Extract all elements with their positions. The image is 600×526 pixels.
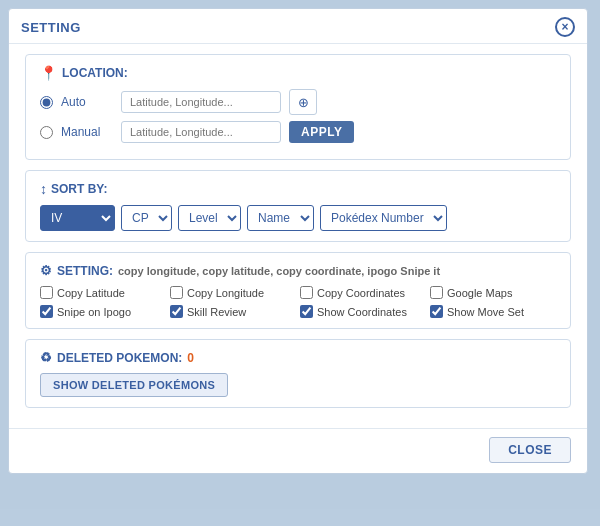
snipe-ipogo-label: Snipe on Ipogo <box>57 306 131 318</box>
checkbox-show-move: Show Move Set <box>430 305 556 318</box>
checkbox-show-coord: Show Coordinates <box>300 305 426 318</box>
checkbox-copy-lon: Copy Longitude <box>170 286 296 299</box>
copy-lon-label: Copy Longitude <box>187 287 264 299</box>
sort-row: IV CP Level Name Pokédex Number <box>40 205 556 231</box>
checkbox-copy-coord: Copy Coordinates <box>300 286 426 299</box>
sort-select-name[interactable]: Name <box>247 205 314 231</box>
settings-modal: SETTING × 📍 LOCATION: Auto ⊕ <box>8 8 588 474</box>
copy-coord-checkbox[interactable] <box>300 286 313 299</box>
modal-header: SETTING × <box>9 9 587 44</box>
show-coord-checkbox[interactable] <box>300 305 313 318</box>
google-maps-checkbox[interactable] <box>430 286 443 299</box>
gear-icon: ⚙ <box>40 263 52 278</box>
manual-radio[interactable] <box>40 126 53 139</box>
sort-select-level[interactable]: Level <box>178 205 241 231</box>
snipe-ipogo-checkbox[interactable] <box>40 305 53 318</box>
deleted-section: ♻ DELETED POKEMON: 0 SHOW DELETED POKÉMO… <box>25 339 571 408</box>
skill-review-label: Skill Review <box>187 306 246 318</box>
copy-lat-label: Copy Latitude <box>57 287 125 299</box>
auto-coord-input[interactable] <box>121 91 281 113</box>
sort-section: ↕ SORT BY: IV CP Level Name <box>25 170 571 242</box>
google-maps-label: Google Maps <box>447 287 512 299</box>
apply-button[interactable]: APPLY <box>289 121 354 143</box>
settings-copy-title: ⚙ SETTING: copy longitude, copy latitude… <box>40 263 556 278</box>
location-section: 📍 LOCATION: Auto ⊕ Manual APPLY <box>25 54 571 160</box>
copy-coord-label: Copy Coordinates <box>317 287 405 299</box>
modal-overlay: SETTING × 📍 LOCATION: Auto ⊕ <box>0 0 600 526</box>
copy-lon-checkbox[interactable] <box>170 286 183 299</box>
checkbox-skill-review: Skill Review <box>170 305 296 318</box>
settings-copy-desc: copy longitude, copy latitude, copy coor… <box>118 265 440 277</box>
show-deleted-button[interactable]: SHOW DELETED POKÉMONS <box>40 373 228 397</box>
manual-location-row: Manual APPLY <box>40 121 556 143</box>
sort-select-primary[interactable]: IV <box>40 205 115 231</box>
sort-select-pokedex[interactable]: Pokédex Number <box>320 205 447 231</box>
skill-review-checkbox[interactable] <box>170 305 183 318</box>
gps-button[interactable]: ⊕ <box>289 89 317 115</box>
show-coord-label: Show Coordinates <box>317 306 407 318</box>
show-move-checkbox[interactable] <box>430 305 443 318</box>
modal-footer: CLOSE <box>9 428 587 473</box>
modal-body: 📍 LOCATION: Auto ⊕ Manual APPLY <box>9 44 587 428</box>
modal-title: SETTING <box>21 20 81 35</box>
gps-icon: ⊕ <box>298 95 309 110</box>
auto-label[interactable]: Auto <box>61 95 113 109</box>
checkbox-google-maps: Google Maps <box>430 286 556 299</box>
auto-location-row: Auto ⊕ <box>40 89 556 115</box>
deleted-count: 0 <box>187 351 194 365</box>
deleted-title: ♻ DELETED POKEMON: 0 <box>40 350 556 365</box>
checkbox-snipe-ipogo: Snipe on Ipogo <box>40 305 166 318</box>
auto-radio[interactable] <box>40 96 53 109</box>
close-button[interactable]: CLOSE <box>489 437 571 463</box>
sort-section-title: ↕ SORT BY: <box>40 181 556 197</box>
recycle-icon: ♻ <box>40 350 52 365</box>
close-x-button[interactable]: × <box>555 17 575 37</box>
sort-select-cp[interactable]: CP <box>121 205 172 231</box>
checkbox-copy-lat: Copy Latitude <box>40 286 166 299</box>
location-section-title: 📍 LOCATION: <box>40 65 556 81</box>
sort-icon: ↕ <box>40 181 47 197</box>
location-icon: 📍 <box>40 65 57 81</box>
manual-label[interactable]: Manual <box>61 125 113 139</box>
checkbox-grid: Copy Latitude Copy Longitude Copy Coordi… <box>40 286 556 318</box>
copy-lat-checkbox[interactable] <box>40 286 53 299</box>
settings-copy-section: ⚙ SETTING: copy longitude, copy latitude… <box>25 252 571 329</box>
show-move-label: Show Move Set <box>447 306 524 318</box>
manual-coord-input[interactable] <box>121 121 281 143</box>
